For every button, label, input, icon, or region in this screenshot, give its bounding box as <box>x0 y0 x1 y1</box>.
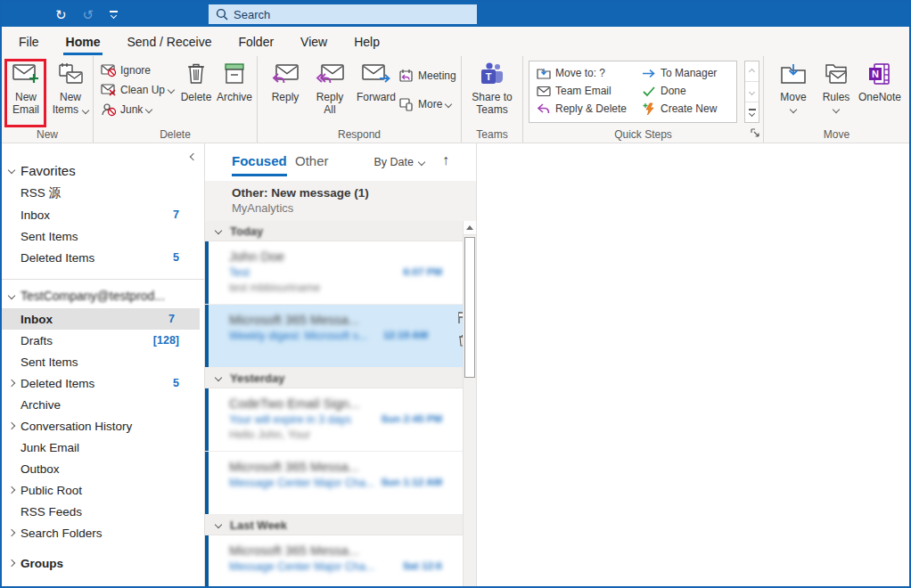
quickstep-to-manager[interactable]: To Manager <box>642 64 717 82</box>
junk-icon <box>101 102 117 117</box>
chevron-down-icon <box>418 159 425 166</box>
scrollbar-thumb[interactable] <box>464 237 475 378</box>
tab-other[interactable]: Other <box>295 153 329 168</box>
sidebar-item-inbox[interactable]: Inbox 7 <box>2 308 200 330</box>
tab-file[interactable]: File <box>5 27 53 56</box>
quick-steps-gallery: Move to: ? Team Email Reply & Delete To … <box>529 61 737 123</box>
reply-all-icon <box>316 60 344 88</box>
tab-help[interactable]: Help <box>341 27 393 56</box>
scrollbar-up-icon[interactable] <box>464 221 476 235</box>
sidebar-item-sent-items[interactable]: Sent Items <box>2 351 204 372</box>
quickstep-team-email[interactable]: Team Email <box>537 82 611 100</box>
rules-button[interactable]: Rules <box>814 60 858 112</box>
message-preview: Hello John, Your <box>229 429 467 441</box>
quick-access-toolbar: ↻ ↺ <box>55 8 118 21</box>
customize-toolbar-icon[interactable] <box>110 11 118 18</box>
sidebar-item-archive[interactable]: Archive <box>2 394 204 415</box>
sidebar-item-search-folders[interactable]: Search Folders <box>2 522 204 543</box>
gallery-more-icon[interactable] <box>745 102 759 122</box>
expand-icon[interactable] <box>8 559 15 567</box>
more-respond-button[interactable]: More <box>398 95 451 113</box>
section-header-last-week[interactable]: Last Week <box>205 515 476 535</box>
search-input[interactable] <box>234 8 447 21</box>
quick-steps-dialog-launcher-icon[interactable] <box>751 127 759 140</box>
sort-direction-icon[interactable]: ↑ <box>442 152 449 168</box>
account-header[interactable]: TestCompany@testprod... <box>2 283 204 308</box>
undo-icon[interactable]: ↺ <box>83 8 94 21</box>
folder-label: Sent Items <box>21 355 78 369</box>
gallery-up-icon[interactable] <box>745 61 759 82</box>
new-email-button[interactable]: New Email <box>4 60 48 116</box>
message-row[interactable]: CodeTwo Email Sign... Your will expire i… <box>205 388 476 452</box>
sort-by-date-button[interactable]: By Date <box>374 156 424 168</box>
favorites-label: Favorites <box>21 163 76 178</box>
section-label: Yesterday <box>230 372 284 385</box>
quickstep-done[interactable]: Done <box>642 82 686 100</box>
archive-button[interactable]: Archive <box>212 60 257 103</box>
message-row-selected[interactable]: Microsoft 365 Messa... Weekly digest: Mi… <box>205 305 476 368</box>
section-header-today[interactable]: Today <box>205 221 476 241</box>
ignore-button[interactable]: Ignore <box>101 61 151 79</box>
ribbon-group-respond: Reply Reply All Forward Meeting <box>258 56 462 143</box>
clean-up-label: Clean Up <box>120 84 165 96</box>
sidebar-item-deleted-items[interactable]: Deleted Items 5 <box>2 372 204 394</box>
forward-button[interactable]: Forward <box>354 60 398 103</box>
sidebar-item-conversation-history[interactable]: Conversation History <box>2 415 204 437</box>
message-row[interactable]: Microsoft 365 Messa... Message Center Ma… <box>205 535 476 586</box>
sidebar-item-inbox-fav[interactable]: Inbox 7 <box>2 204 204 225</box>
sidebar-item-rss-feeds[interactable]: RSS Feeds <box>2 501 204 522</box>
sidebar-item-groups[interactable]: Groups <box>2 552 204 574</box>
onenote-icon: N <box>867 60 892 88</box>
chevron-down-icon <box>215 374 222 381</box>
meeting-label: Meeting <box>418 69 456 82</box>
message-preview: test mbbisuriname <box>229 282 467 294</box>
reply-button[interactable]: Reply <box>263 60 308 103</box>
move-button[interactable]: Move <box>771 60 816 112</box>
expand-icon[interactable] <box>8 486 15 494</box>
collapse-folder-pane-icon[interactable] <box>191 149 196 162</box>
other-new-message-banner[interactable]: Other: New message (1) MyAnalytics <box>205 181 476 221</box>
tab-send-receive[interactable]: Send / Receive <box>113 27 225 56</box>
onenote-button[interactable]: N OneNote <box>855 60 905 103</box>
expand-icon[interactable] <box>8 422 15 429</box>
sidebar-item-public-root[interactable]: Public Root <box>2 479 204 501</box>
search-icon <box>216 8 228 20</box>
group-label-teams: Teams <box>462 128 522 141</box>
quickstep-reply-delete[interactable]: Reply & Delete <box>537 100 627 118</box>
section-header-yesterday[interactable]: Yesterday <box>205 368 476 388</box>
message-subject: Your will expire in 3 days <box>229 413 351 426</box>
message-list-scrollbar[interactable] <box>463 221 476 586</box>
quickstep-create-new[interactable]: Create New <box>642 100 717 118</box>
tab-folder[interactable]: Folder <box>225 27 287 56</box>
message-row[interactable]: Microsoft 365 Messa... Message Center Ma… <box>205 452 476 515</box>
sidebar-item-junk-email[interactable]: Junk Email <box>2 437 204 458</box>
sidebar-item-drafts[interactable]: Drafts [128] <box>2 330 204 351</box>
expand-icon[interactable] <box>8 529 15 536</box>
create-new-icon <box>642 102 656 116</box>
chevron-down-icon <box>8 292 15 299</box>
sidebar-item-sent-fav[interactable]: Sent Items <box>2 225 204 247</box>
share-to-teams-button[interactable]: T Share to Teams <box>470 60 514 116</box>
tab-view[interactable]: View <box>287 27 341 56</box>
clean-up-button[interactable]: Clean Up <box>101 81 174 99</box>
sidebar-item-outbox[interactable]: Outbox <box>2 458 204 479</box>
tab-home[interactable]: Home <box>53 27 114 56</box>
to-manager-icon <box>642 68 656 79</box>
tab-focused[interactable]: Focused <box>232 153 287 176</box>
chevron-down-icon <box>833 106 840 113</box>
favorites-header[interactable]: Favorites <box>2 158 204 183</box>
expand-icon[interactable] <box>8 380 15 387</box>
junk-button[interactable]: Junk <box>101 101 152 118</box>
message-sender: Microsoft 365 Messa... <box>229 543 467 558</box>
send-receive-sync-icon[interactable]: ↻ <box>55 8 67 21</box>
sidebar-item-rss-fav[interactable]: RSS 源 <box>2 183 204 204</box>
gallery-down-icon[interactable] <box>745 82 759 102</box>
reply-all-button[interactable]: Reply All <box>308 60 352 116</box>
new-items-button[interactable]: New Items <box>48 60 93 116</box>
folder-label: Drafts <box>21 334 53 347</box>
meeting-button[interactable]: Meeting <box>398 67 456 85</box>
quickstep-move-to[interactable]: Move to: ? <box>537 64 605 82</box>
search-box[interactable] <box>209 4 477 24</box>
message-row[interactable]: John Doe Test 6:07 PM test mbbisuriname <box>205 241 476 305</box>
sidebar-item-deleted-fav[interactable]: Deleted Items 5 <box>2 247 204 268</box>
